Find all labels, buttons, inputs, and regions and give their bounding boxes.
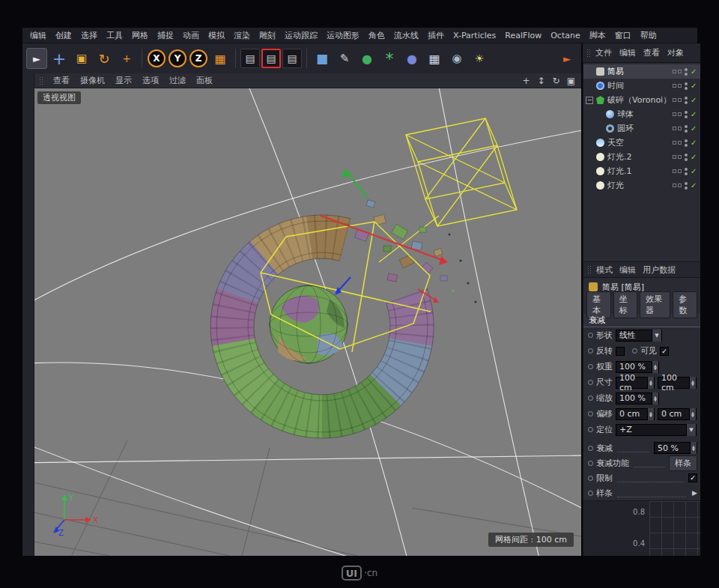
menubar-item[interactable]: Octane — [546, 31, 585, 40]
enabled-check[interactable]: ✓ — [691, 124, 698, 133]
pan-view-icon[interactable]: + — [521, 76, 532, 86]
menubar-item[interactable]: 网格 — [127, 30, 153, 41]
size-field-2[interactable]: 100 cm ▲▼ — [658, 377, 697, 389]
layer-chip[interactable] — [678, 70, 682, 73]
spinner-icon[interactable]: ▲▼ — [647, 408, 654, 420]
keyframe-circle[interactable] — [588, 348, 593, 354]
render-visibility-dot[interactable] — [685, 187, 688, 190]
editor-visibility-dot[interactable] — [685, 139, 688, 142]
layer-chip[interactable] — [678, 184, 682, 187]
layer-chip[interactable] — [678, 155, 682, 159]
offset-field-2[interactable]: 0 cm ▲▼ — [658, 408, 697, 420]
enabled-check[interactable]: ✓ — [691, 96, 698, 104]
scale-field[interactable]: 100 % ▲▼ — [616, 392, 659, 404]
keyframe-circle[interactable] — [588, 333, 593, 338]
spinner-icon[interactable]: ▲▼ — [652, 361, 658, 373]
object-row[interactable]: 球体✓ — [583, 107, 700, 121]
viewport-menu-item[interactable]: 显示 — [110, 75, 137, 86]
spinner-icon[interactable]: ▲▼ — [690, 442, 697, 454]
object-manager-tab[interactable]: 编辑 — [619, 47, 636, 58]
object-manager-tab[interactable]: 对象 — [667, 47, 684, 58]
menubar-item[interactable]: 插件 — [423, 30, 449, 41]
visibility-dots[interactable] — [685, 111, 688, 118]
clamp-checkbox[interactable]: ✓ — [688, 473, 697, 482]
render-visibility-dot[interactable] — [685, 73, 688, 76]
layer-chip[interactable] — [673, 98, 676, 102]
spinner-icon[interactable]: ▲▼ — [647, 377, 654, 389]
visibility-dots[interactable] — [685, 97, 688, 104]
object-row[interactable]: 灯光✓ — [583, 178, 700, 193]
keyframe-circle[interactable] — [588, 461, 593, 466]
layer-chip[interactable] — [678, 127, 682, 130]
visibility-dots[interactable] — [685, 82, 688, 90]
light-plane-wireframes[interactable] — [379, 118, 517, 262]
menubar-item[interactable]: 帮助 — [636, 30, 661, 41]
scale-tool-icon[interactable]: ▣ — [71, 48, 92, 69]
object-row[interactable]: −破碎（Voronoi）✓ — [583, 93, 700, 107]
enabled-check[interactable]: ✓ — [691, 110, 698, 118]
render-settings-button[interactable]: ▤ — [261, 49, 281, 68]
keyframe-circle[interactable] — [588, 476, 593, 481]
falloff-field[interactable]: 50 % ▲▼ — [654, 442, 697, 454]
toggle-view-icon[interactable]: ▣ — [565, 76, 577, 86]
layer-chip[interactable] — [678, 169, 682, 173]
deformer-menu[interactable]: ● — [401, 48, 422, 69]
visibility-dots[interactable] — [685, 125, 688, 133]
menubar-item[interactable]: 角色 — [364, 30, 389, 41]
panel-grip[interactable] — [39, 76, 44, 85]
enabled-check[interactable]: ✓ — [691, 67, 698, 76]
layer-chip[interactable] — [673, 84, 676, 88]
layer-chip[interactable] — [678, 141, 682, 145]
keyframe-circle[interactable] — [588, 491, 593, 496]
layer-chip[interactable] — [673, 112, 676, 116]
menubar-item[interactable]: RealFlow — [500, 31, 546, 40]
render-visibility-dot[interactable] — [685, 115, 688, 118]
keyframe-circle[interactable] — [588, 364, 593, 369]
live-selection-tool-icon[interactable]: ► — [26, 48, 47, 69]
coordinate-system-button[interactable]: ▦ — [210, 48, 231, 69]
menubar-item[interactable]: 渲染 — [229, 30, 255, 41]
editor-visibility-dot[interactable] — [685, 97, 688, 100]
spinner-icon[interactable]: ▲▼ — [689, 408, 696, 420]
menubar-item[interactable]: 运动图形 — [322, 30, 364, 41]
layer-chip[interactable] — [673, 70, 676, 73]
attribute-mode-tab[interactable]: 模式 — [596, 264, 613, 276]
panel-grip[interactable] — [587, 265, 592, 274]
menubar-item[interactable]: X-Particles — [449, 31, 500, 40]
menubar-item[interactable]: 创建 — [51, 30, 76, 41]
keyframe-circle[interactable] — [588, 446, 593, 451]
spline-graph[interactable]: 0.8 0.4 — [583, 500, 700, 556]
viewport-scene[interactable] — [34, 88, 581, 556]
viewport-menu-item[interactable]: 摄像机 — [75, 75, 110, 86]
camera-menu[interactable]: ◉ — [446, 48, 467, 69]
rotate-tool-icon[interactable]: ↻ — [94, 48, 115, 69]
light-menu[interactable]: ☀ — [469, 48, 490, 69]
keyframe-circle[interactable] — [588, 380, 593, 385]
fracture-fragments[interactable] — [354, 200, 476, 303]
render-queue-button[interactable]: ▤ — [282, 49, 302, 68]
object-manager-tab[interactable]: 文件 — [595, 47, 612, 58]
attribute-section-tab[interactable]: 参数 — [673, 291, 697, 318]
sphere-object[interactable] — [270, 285, 348, 363]
render-visibility-dot[interactable] — [685, 130, 688, 133]
layer-chip[interactable] — [673, 184, 676, 187]
shape-dropdown[interactable]: 线性 ▼ — [616, 330, 662, 342]
enabled-check[interactable]: ✓ — [691, 167, 698, 175]
keyframe-circle[interactable] — [588, 427, 593, 432]
menubar-item[interactable]: 运动跟踪 — [280, 30, 322, 41]
render-visibility-dot[interactable] — [685, 144, 688, 147]
expander-icon[interactable]: − — [586, 97, 593, 104]
render-visibility-dot[interactable] — [685, 158, 688, 161]
visibility-dots[interactable] — [685, 139, 688, 147]
panel-grip[interactable] — [586, 49, 592, 58]
enabled-check[interactable]: ✓ — [691, 153, 698, 161]
last-tool-icon[interactable]: + — [116, 48, 137, 69]
weight-field[interactable]: 100 % ▲▼ — [616, 361, 659, 373]
falloff-function-button[interactable]: 样条 — [669, 455, 697, 471]
offset-field-1[interactable]: 0 cm ▲▼ — [616, 408, 655, 420]
menubar-item[interactable]: 模拟 — [204, 30, 229, 41]
editor-visibility-dot[interactable] — [685, 111, 688, 114]
editor-visibility-dot[interactable] — [685, 154, 688, 157]
menubar-item[interactable]: 捕捉 — [153, 30, 178, 41]
visible-checkbox[interactable]: ✓ — [660, 347, 669, 356]
